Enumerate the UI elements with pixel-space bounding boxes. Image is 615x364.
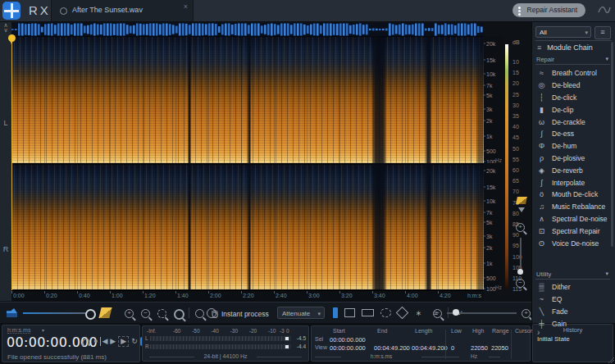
repair-assistant-button[interactable]: Repair Assistant xyxy=(512,3,585,17)
zoom-out-button[interactable]: − xyxy=(141,309,150,318)
module-item[interactable]: ▒ Dither xyxy=(532,281,615,293)
monitor-headphones-button[interactable] xyxy=(81,337,91,347)
module-item[interactable]: ö Mouth De-click xyxy=(532,189,615,201)
chevron-down-icon: ▾ xyxy=(42,327,44,333)
module-item[interactable]: ~ EQ xyxy=(532,293,615,306)
app-name: RX xyxy=(29,3,51,17)
panel-expand-arrow[interactable]: › xyxy=(537,328,540,337)
history-item[interactable]: Initial State xyxy=(537,335,570,343)
time-tick: 3:00 xyxy=(308,293,320,298)
time-frequency-selection-tool[interactable] xyxy=(344,308,355,317)
module-item[interactable]: ♫ Music Rebalance xyxy=(532,201,615,213)
collapse-panels-button[interactable]: ∧ ∨ xyxy=(2,23,10,33)
play-button[interactable]: ▶ xyxy=(110,337,116,346)
repair-assistant-icon xyxy=(518,7,521,9)
db-tick: 25 xyxy=(512,92,519,98)
spectrogram-settings-icon[interactable] xyxy=(516,197,527,204)
waveform-overview[interactable] xyxy=(11,23,484,37)
go-to-start-button[interactable]: ◀ xyxy=(100,337,107,346)
module-item[interactable]: ∫ De-ess xyxy=(532,128,615,140)
zoom-to-fit-button[interactable] xyxy=(174,309,184,320)
length-header: Length xyxy=(415,328,432,334)
channel-label-left[interactable]: L xyxy=(0,119,11,127)
process-mode-select[interactable]: Attenuate ▾ xyxy=(277,307,325,319)
module-item[interactable]: ◎ De-bleed xyxy=(532,80,615,92)
frequency-tick: 3k xyxy=(486,107,492,112)
module-item[interactable]: ρ De-plosive xyxy=(532,152,615,165)
frequency-tick: 5k xyxy=(486,93,492,98)
module-item[interactable]: ◈ De-reverb xyxy=(532,164,615,176)
module-item[interactable]: ╪ Gain xyxy=(532,317,615,330)
lasso-selection-tool[interactable] xyxy=(380,308,391,317)
module-label: Gain xyxy=(552,320,567,328)
frequency-tick: 10k xyxy=(486,71,495,76)
module-icon: ~ xyxy=(537,295,546,303)
chevron-down-icon: ▾ xyxy=(605,271,608,277)
module-item[interactable]: ▮ De-clip xyxy=(532,103,615,116)
frequency-selection-tool[interactable] xyxy=(362,309,374,316)
module-icon: ▮ xyxy=(537,106,546,114)
module-filter-select[interactable]: All ▾ xyxy=(535,26,591,38)
meter-right-label: R xyxy=(145,344,149,349)
time-tick: 2:40 xyxy=(276,293,287,298)
window-resize-grip[interactable] xyxy=(608,357,614,363)
magic-wand-tool[interactable]: ∗ xyxy=(413,307,424,318)
vertical-zoom-in-button[interactable]: + xyxy=(516,223,525,232)
module-item[interactable]: ∧ Spectral De-noise xyxy=(532,213,615,225)
loop-playback-button[interactable]: ↻ xyxy=(131,337,138,346)
vertical-zoom-handle[interactable] xyxy=(517,269,523,275)
db-tick: 45 xyxy=(512,134,519,140)
playhead-line[interactable] xyxy=(11,36,12,290)
range-header: Range xyxy=(492,328,509,334)
horizontal-zoom-in-button[interactable]: + xyxy=(522,309,531,318)
module-item[interactable]: ┆ De-click xyxy=(532,92,615,104)
tab-close-icon[interactable]: × xyxy=(184,2,188,11)
waveform-spectrogram-blend-slider[interactable] xyxy=(23,312,92,314)
channel-label-right[interactable]: R xyxy=(0,245,11,253)
time-format-selector[interactable]: h:m:s.ms xyxy=(7,327,30,334)
blend-slider-handle[interactable] xyxy=(85,309,96,320)
module-item[interactable]: ⊡ Spectral Repair xyxy=(532,225,615,237)
zoom-tool-button[interactable] xyxy=(195,309,204,318)
go-to-end-button[interactable]: ▶ xyxy=(118,336,129,347)
view-start-value: 00:00:00.000 xyxy=(330,344,366,352)
db-tick: 50 xyxy=(512,146,519,152)
time-selection-tool[interactable] xyxy=(333,307,338,318)
module-item[interactable]: ≈ Breath Control xyxy=(532,67,615,80)
module-item[interactable]: ω De-crackle xyxy=(532,116,615,128)
tab-file-icon xyxy=(60,7,67,15)
vertical-zoom-out-button[interactable]: − xyxy=(516,279,525,288)
time-ruler[interactable]: h:m:s 0:000:200:401:001:201:402:002:202:… xyxy=(11,290,484,303)
module-item[interactable]: ʃ Interpolate xyxy=(532,176,615,189)
instant-process-toggle[interactable] xyxy=(207,308,216,318)
zoom-in-button[interactable]: + xyxy=(125,309,134,318)
module-icon: ö xyxy=(537,190,546,198)
frequency-tick: 7k xyxy=(486,82,492,88)
file-tab[interactable]: After The Sunset.wav × xyxy=(51,0,194,21)
playhead-marker[interactable] xyxy=(8,34,16,42)
module-item[interactable]: Φ De-hum xyxy=(532,140,615,152)
horizontal-zoom-out-button[interactable]: − xyxy=(433,309,442,318)
sel-row-label: Sel xyxy=(315,336,323,342)
spectrogram-quiet-gap xyxy=(476,36,484,290)
module-item[interactable]: ╲ Fade xyxy=(532,306,615,318)
zoom-to-selection-button[interactable] xyxy=(157,309,166,318)
record-button[interactable]: ● xyxy=(93,337,98,346)
title-bar: RX After The Sunset.wav × Repair Assista… xyxy=(0,0,615,22)
meter-scale-tick: -Inf. xyxy=(147,328,156,334)
horizontal-zoom-handle[interactable] xyxy=(453,309,459,316)
module-list-scrollbar[interactable] xyxy=(611,42,613,247)
module-chain-item[interactable]: ≡ Module Chain xyxy=(537,43,593,52)
vertical-zoom-slider[interactable] xyxy=(520,238,522,269)
spectrogram-display[interactable] xyxy=(11,36,484,290)
module-icon: ʘ xyxy=(537,239,546,248)
frequency-tick: 1k xyxy=(486,134,492,139)
module-panel-menu-button[interactable]: ≡ xyxy=(594,26,611,39)
module-icon: ∧ xyxy=(537,215,546,223)
frequency-tick: 100 xyxy=(486,285,496,291)
db-axis-label: dB xyxy=(512,39,520,45)
module-item[interactable]: ʘ Voice De-noise xyxy=(532,237,615,249)
module-label: Dither xyxy=(552,283,571,291)
scale-triangle-icon[interactable] xyxy=(518,207,525,212)
brush-selection-tool[interactable] xyxy=(396,307,409,320)
